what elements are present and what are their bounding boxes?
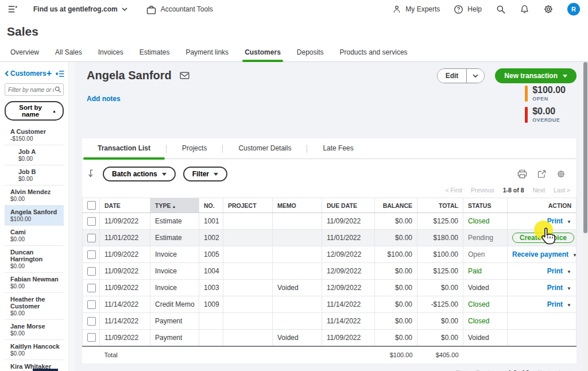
pagination-next[interactable]: Next bbox=[533, 187, 546, 194]
table-row[interactable]: 11/09/2022Estimate100111/09/2022$0.00$12… bbox=[83, 213, 577, 230]
scroll-down-arrow-icon[interactable] bbox=[88, 169, 95, 180]
my-experts-button[interactable]: My Experts bbox=[392, 5, 440, 14]
action-dropdown-caret-icon[interactable]: ▼ bbox=[567, 219, 571, 225]
tab-invoices[interactable]: Invoices bbox=[90, 44, 131, 61]
customer-list-item[interactable]: Job B$0.00 bbox=[5, 165, 64, 186]
search-icon[interactable] bbox=[496, 4, 506, 14]
column-header-date[interactable]: DATE bbox=[100, 198, 150, 213]
status-badge: Voided bbox=[463, 330, 508, 346]
table-settings-gear-icon[interactable] bbox=[556, 169, 566, 179]
receive-payment-button[interactable]: Receive payment bbox=[512, 250, 568, 258]
back-to-customers-link[interactable]: Customers bbox=[5, 69, 47, 78]
column-header-type[interactable]: TYPE ▲ bbox=[150, 198, 199, 213]
table-row[interactable]: 11/09/2022PaymentVoided11/09/2022$0.00$0… bbox=[83, 330, 577, 346]
notifications-bell-icon[interactable] bbox=[520, 4, 529, 14]
row-checkbox[interactable] bbox=[87, 267, 96, 276]
row-checkbox[interactable] bbox=[87, 250, 96, 259]
print-button[interactable]: Print bbox=[547, 217, 563, 225]
pagination-first[interactable]: < First bbox=[445, 187, 462, 194]
tab-products-and-services[interactable]: Products and services bbox=[332, 44, 416, 61]
tab-deposits[interactable]: Deposits bbox=[289, 44, 332, 61]
tab-overview[interactable]: Overview bbox=[2, 44, 47, 61]
export-icon[interactable] bbox=[537, 169, 547, 179]
column-header-total[interactable]: TOTAL bbox=[417, 198, 463, 213]
customer-list-item[interactable]: Angela Sanford$100.00 bbox=[5, 206, 64, 226]
edit-dropdown-button[interactable] bbox=[466, 69, 484, 83]
pagination-first[interactable]: < First bbox=[450, 369, 467, 371]
customer-list-item[interactable]: Kaitlyn Hancock$0.00 bbox=[5, 340, 64, 360]
avatar[interactable]: R bbox=[567, 3, 580, 16]
row-checkbox[interactable] bbox=[87, 234, 96, 242]
cell-select bbox=[83, 296, 100, 313]
select-all-checkbox[interactable] bbox=[87, 201, 96, 210]
column-header-due-date[interactable]: DUE DATE bbox=[322, 198, 375, 213]
vertical-scrollbar-thumb[interactable] bbox=[583, 62, 587, 233]
action-dropdown-caret-icon[interactable]: ▼ bbox=[567, 303, 571, 308]
customer-balance: $0.00 bbox=[10, 283, 63, 289]
row-checkbox[interactable] bbox=[87, 300, 96, 309]
column-header-memo[interactable]: MEMO bbox=[273, 198, 322, 213]
add-notes-link[interactable]: Add notes bbox=[87, 95, 121, 103]
print-button[interactable]: Print bbox=[547, 267, 563, 275]
column-header-balance[interactable]: BALANCE bbox=[375, 198, 417, 213]
table-row[interactable]: 11/14/2022Credit Memo100911/14/2022$0.00… bbox=[83, 296, 577, 313]
accountant-tools-button[interactable]: Accountant Tools bbox=[146, 5, 213, 14]
customer-list-item[interactable]: Duncan Harrington$0.00 bbox=[5, 246, 64, 273]
vertical-scrollbar-track[interactable] bbox=[582, 62, 588, 371]
row-checkbox[interactable] bbox=[87, 284, 96, 292]
balance-summary: $100.00 OPEN $0.00 OVERDUE bbox=[525, 86, 566, 128]
collapse-list-icon[interactable] bbox=[56, 70, 65, 78]
company-switcher[interactable]: Find us at gentlefrog.com bbox=[33, 5, 127, 13]
tab-all-sales[interactable]: All Sales bbox=[47, 44, 90, 61]
batch-actions-button[interactable]: Batch actions bbox=[103, 167, 176, 181]
detail-tab-projects[interactable]: Projects bbox=[167, 138, 222, 159]
table-row[interactable]: 11/09/2022Invoice100412/09/2022$0.00$125… bbox=[83, 263, 577, 280]
print-icon[interactable] bbox=[517, 169, 527, 179]
sort-by-name-button[interactable]: Sort by name ▲ bbox=[5, 101, 64, 121]
column-header-status[interactable]: STATUS bbox=[463, 198, 508, 213]
customer-list-item[interactable]: Fabian Newman$0.00 bbox=[5, 273, 64, 293]
customer-list-item[interactable]: A Customer-$150.00 bbox=[5, 125, 64, 145]
hamburger-menu-icon[interactable] bbox=[7, 5, 18, 14]
customer-list-item[interactable]: Cami$0.00 bbox=[5, 226, 64, 246]
print-button[interactable]: Print bbox=[547, 300, 563, 308]
table-row[interactable]: 11/01/2022Estimate100211/01/2022$0.00$18… bbox=[83, 230, 577, 246]
customer-list-item[interactable]: Jane Morse$0.00 bbox=[5, 320, 64, 340]
customer-list-item[interactable]: Heather the Customer$0.00 bbox=[5, 293, 64, 320]
tab-customers[interactable]: Customers bbox=[237, 44, 289, 61]
tab-estimates[interactable]: Estimates bbox=[131, 44, 178, 61]
create-invoice-button[interactable]: Create invoice bbox=[512, 233, 574, 243]
pagination-last[interactable]: Last > bbox=[559, 369, 575, 371]
customer-list-item[interactable]: Alvin Mendez$0.00 bbox=[5, 186, 64, 206]
settings-gear-icon[interactable] bbox=[543, 4, 554, 14]
sidebar-scrollbar[interactable] bbox=[68, 62, 75, 371]
detail-tab-transaction-list[interactable]: Transaction List bbox=[82, 138, 166, 159]
tab-payment-links[interactable]: Payment links bbox=[177, 44, 237, 61]
pagination-previous[interactable]: Previous bbox=[476, 369, 500, 371]
print-button[interactable]: Print bbox=[547, 284, 563, 292]
column-header-project[interactable]: PROJECT bbox=[223, 198, 273, 213]
help-button[interactable]: Help bbox=[454, 5, 482, 14]
customer-list-item[interactable]: Job A$0.00 bbox=[5, 145, 64, 165]
column-header-action[interactable]: ACTION bbox=[508, 198, 577, 213]
column-header-no[interactable]: NO. bbox=[199, 198, 223, 213]
edit-button[interactable]: Edit bbox=[438, 69, 467, 83]
filter-button[interactable]: Filter bbox=[183, 167, 227, 181]
detail-tab-customer-details[interactable]: Customer Details bbox=[223, 138, 307, 159]
table-row[interactable]: 11/09/2022Invoice1003Voided12/09/2022$0.… bbox=[83, 280, 577, 296]
new-transaction-button[interactable]: New transaction bbox=[495, 68, 577, 83]
detail-tab-late-fees[interactable]: Late Fees bbox=[307, 138, 369, 159]
action-dropdown-caret-icon[interactable]: ▼ bbox=[572, 253, 576, 258]
pagination-previous[interactable]: Previous bbox=[471, 187, 494, 194]
row-checkbox[interactable] bbox=[87, 217, 96, 226]
envelope-icon[interactable] bbox=[180, 72, 189, 79]
action-dropdown-caret-icon[interactable]: ▼ bbox=[567, 286, 571, 291]
row-checkbox[interactable] bbox=[87, 317, 96, 326]
table-row[interactable]: 11/14/2022Payment11/14/2022$0.00$0.00Clo… bbox=[83, 313, 577, 330]
pagination-next[interactable]: Next bbox=[538, 369, 551, 371]
table-row[interactable]: 11/09/2022Invoice100512/09/2022$100.00$1… bbox=[83, 246, 577, 263]
row-checkbox[interactable] bbox=[87, 333, 96, 342]
pagination-last[interactable]: Last > bbox=[554, 187, 570, 194]
action-dropdown-caret-icon[interactable]: ▼ bbox=[567, 269, 571, 275]
add-customer-button[interactable]: + bbox=[47, 69, 52, 78]
